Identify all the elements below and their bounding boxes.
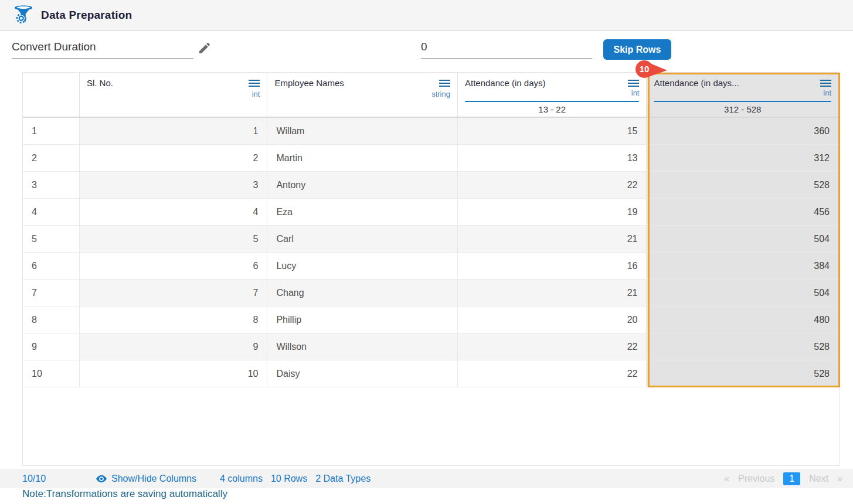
sl-no-cell: 6 [80,253,268,280]
sl-no-cell: 3 [80,172,268,199]
column-menu-icon[interactable] [249,78,260,88]
table-row: 5 5 Carl 21 504 [23,226,839,253]
current-page-button[interactable]: 1 [783,472,800,485]
sl-no-cell: 5 [80,226,268,253]
column-title: Employee Names [274,78,344,88]
table-row: 10 10 Daisy 22 528 [23,360,839,387]
column-header-employee-names[interactable]: Employee Names string [267,73,458,117]
attendance-cell: 13 [458,145,647,172]
column-menu-icon[interactable] [820,78,831,88]
row-number-cell: 2 [23,145,80,172]
employee-name-cell: Carl [267,226,458,253]
employee-name-cell: Daisy [267,360,458,387]
employee-name-cell: Willam [267,118,458,145]
column-type-label: string [274,90,450,98]
attendance-converted-cell: 312 [647,145,839,172]
column-header-sl-no[interactable]: Sl. No. int [80,73,268,117]
table-row: 1 1 Willam 15 360 [23,118,839,145]
sl-no-cell: 7 [80,280,268,307]
row-number-cell: 4 [23,199,80,226]
employee-name-cell: Lucy [267,253,458,280]
sl-no-cell: 2 [80,145,268,172]
column-count-badge: 10 [634,60,668,80]
sl-no-cell: 10 [80,360,268,387]
attendance-cell: 20 [458,307,647,333]
sl-no-cell: 8 [80,307,268,333]
edit-transform-button[interactable] [197,41,212,56]
column-header-attendance-days[interactable]: Attendance (in days) int 13 - 22 [458,73,647,117]
attendance-converted-cell: 480 [647,307,839,333]
row-number-cell: 10 [23,360,80,387]
table-stats: 4 columns 10 Rows 2 Data Types [220,474,371,484]
table-row: 4 4 Eza 19 456 [23,199,839,226]
previous-page-button[interactable]: Previous [738,474,774,484]
footer-bar: 10/10 Show/Hide Columns 4 columns 10 Row… [0,469,853,488]
table-header-row: Sl. No. int Employee Names string Attend… [23,73,839,118]
row-number-cell: 6 [23,253,80,280]
attendance-converted-cell: 504 [647,280,839,307]
pagination: « Previous 1 Next » [724,472,842,485]
last-page-icon[interactable]: » [837,474,842,484]
page-title: Data Preparation [41,9,132,22]
pencil-icon [198,41,212,55]
row-number-cell: 8 [23,307,80,333]
row-number-cell: 3 [23,172,80,199]
column-distribution-bar [654,101,831,102]
column-range-label: 13 - 22 [465,104,640,114]
rows-count-label: 10 Rows [271,474,307,484]
sl-no-cell: 1 [80,118,268,145]
data-types-count-label: 2 Data Types [315,474,371,484]
column-range-label: 312 - 528 [654,104,831,114]
sl-no-cell: 4 [80,199,268,226]
attendance-converted-cell: 504 [647,226,839,253]
data-preparation-page: Data Preparation Skip Rows 10 Sl. No. [0,0,853,504]
attendance-converted-cell: 528 [647,333,839,360]
toolbar: Skip Rows [0,31,853,69]
attendance-converted-cell: 456 [647,199,839,226]
table-row: 2 2 Martin 13 312 [23,145,839,172]
columns-count-label: 4 columns [220,474,263,484]
eye-icon [96,473,107,485]
show-hide-columns-label: Show/Hide Columns [111,474,196,484]
table-row: 9 9 Willson 22 528 [23,333,839,360]
attendance-converted-cell: 528 [647,360,839,387]
funnel-gear-icon [13,4,34,26]
sl-no-cell: 9 [80,333,268,360]
row-number-cell: 5 [23,226,80,253]
attendance-cell: 21 [458,226,647,253]
table-row: 7 7 Chang 21 504 [23,280,839,307]
column-title: Sl. No. [87,78,113,88]
first-page-icon[interactable]: « [724,474,729,484]
row-number-cell: 9 [23,333,80,360]
row-number-cell: 1 [23,118,80,145]
attendance-cell: 16 [458,253,647,280]
next-page-button[interactable]: Next [809,474,828,484]
attendance-converted-cell: 528 [647,172,839,199]
column-title: Attendance (in days) [465,78,546,88]
attendance-converted-cell: 360 [647,118,839,145]
employee-name-cell: Willson [267,333,458,360]
corner-header-cell [23,73,80,117]
attendance-cell: 22 [458,360,647,387]
column-type-label: int [465,88,640,97]
show-hide-columns-button[interactable]: Show/Hide Columns [96,473,196,485]
attendance-cell: 19 [458,199,647,226]
badge-count: 10 [637,64,652,74]
column-distribution-bar [465,101,640,102]
employee-name-cell: Martin [267,145,458,172]
row-number-cell: 7 [23,280,80,307]
attendance-cell: 21 [458,280,647,307]
data-grid: Sl. No. int Employee Names string Attend… [22,72,840,466]
column-header-attendance-converted[interactable]: Attendance (in days... int 312 - 528 [647,73,839,117]
column-type-label: int [87,90,260,98]
skip-rows-button[interactable]: Skip Rows [603,39,671,60]
transform-name-input[interactable] [12,39,193,59]
employee-name-cell: Chang [267,280,458,307]
column-type-label: int [654,88,831,97]
table-row: 3 3 Antony 22 528 [23,172,839,199]
column-menu-icon[interactable] [439,78,450,88]
autosave-note: Note:Transformations are saving automati… [22,488,227,500]
visible-row-count: 10/10 [22,474,46,484]
skip-rows-input[interactable] [421,39,592,59]
attendance-converted-cell: 384 [647,253,839,280]
